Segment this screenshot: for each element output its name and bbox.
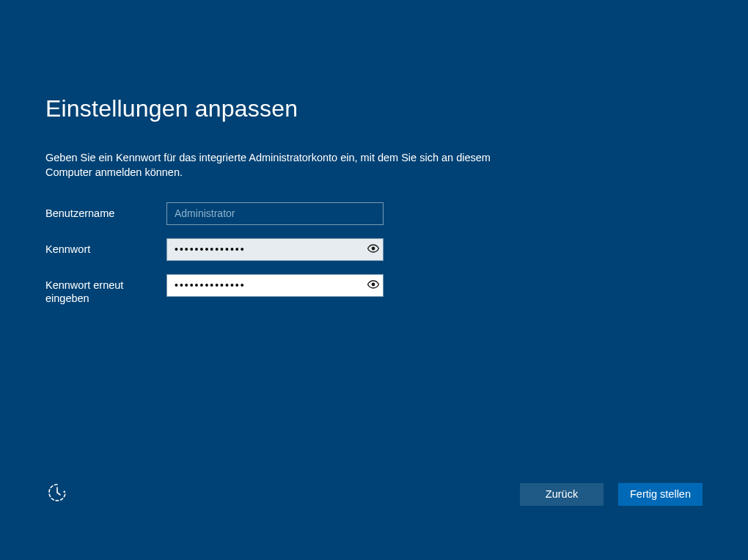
ease-of-access-button[interactable]: [45, 482, 69, 506]
finish-button[interactable]: Fertig stellen: [618, 483, 703, 506]
confirm-password-input-wrap: [166, 274, 384, 297]
username-input: [166, 202, 384, 225]
username-input-wrap: [166, 202, 384, 225]
confirm-password-row: Kennwort erneut eingeben: [45, 274, 703, 306]
eye-icon: [367, 243, 379, 256]
username-row: Benutzername: [45, 202, 703, 225]
bottom-bar: Zurück Fertig stellen: [45, 482, 703, 506]
username-label: Benutzername: [45, 202, 166, 221]
confirm-password-reveal-button[interactable]: [363, 274, 384, 297]
confirm-password-label: Kennwort erneut eingeben: [45, 274, 166, 306]
password-reveal-button[interactable]: [363, 238, 384, 261]
eye-icon: [367, 279, 379, 292]
description-text: Geben Sie ein Kennwort für das integrier…: [45, 150, 515, 180]
password-input-wrap: [166, 238, 384, 261]
confirm-password-input[interactable]: [166, 274, 384, 297]
page-title: Einstellungen anpassen: [45, 95, 703, 122]
password-input[interactable]: [166, 238, 384, 261]
nav-buttons: Zurück Fertig stellen: [520, 483, 703, 506]
svg-point-0: [372, 247, 375, 251]
back-button[interactable]: Zurück: [520, 483, 604, 506]
password-row: Kennwort: [45, 238, 703, 261]
setup-dialog: Einstellungen anpassen Geben Sie ein Ken…: [0, 0, 748, 306]
ease-of-access-icon: [47, 482, 67, 506]
svg-point-1: [372, 283, 375, 287]
password-label: Kennwort: [45, 238, 166, 257]
